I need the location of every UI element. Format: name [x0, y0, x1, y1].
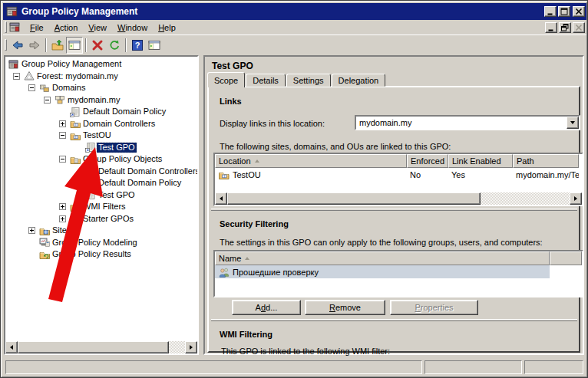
tree-item-domain-controllers[interactable]: Domain Controllers [5, 118, 199, 130]
mdi-minimize-button[interactable] [545, 22, 557, 33]
dropdown-arrow-button[interactable] [567, 117, 579, 129]
security-table-row[interactable]: Прошедшие проверку [215, 265, 582, 278]
toolbar-separator [45, 38, 47, 52]
tab-details[interactable]: Details [246, 74, 286, 87]
tree-item-label: Default Domain Policy [97, 178, 183, 188]
tree-item-group-policy-objects[interactable]: Group Policy Objects [5, 153, 199, 166]
tree-item-label: Starter GPOs [81, 214, 135, 224]
collapse-icon[interactable] [13, 73, 20, 80]
expand-icon[interactable] [59, 215, 66, 222]
scroll-left-button[interactable] [5, 341, 18, 353]
up-level-icon [51, 39, 64, 51]
links-table-scrollbar[interactable] [215, 192, 582, 205]
chevron-down-icon [570, 121, 575, 124]
tree-item-default-domain-policy[interactable]: Default Domain Policy [5, 106, 199, 118]
cell-path: mydomain.my/Tes [513, 168, 579, 181]
forward-button[interactable] [26, 37, 43, 54]
remove-button[interactable]: Remove [305, 300, 385, 315]
location-dropdown[interactable]: mydomain.my [355, 115, 580, 130]
expand-icon[interactable] [59, 203, 66, 210]
tree-item-group-policy-results[interactable]: Group Policy Results [5, 248, 199, 261]
forward-icon [28, 39, 41, 51]
status-panel [524, 360, 583, 374]
mdi-restore-button[interactable] [559, 22, 571, 33]
menu-action[interactable]: Action [49, 21, 84, 34]
svg-text:?: ? [135, 41, 140, 50]
scroll-right-button[interactable] [570, 192, 582, 205]
help-button[interactable]: ? [129, 37, 146, 54]
tree-item-testou[interactable]: TestOU [5, 130, 199, 142]
app-icon [6, 5, 18, 18]
tree-item-group-policy-management[interactable]: Group Policy Management [5, 58, 199, 71]
collapse-icon[interactable] [59, 132, 66, 139]
scroll-left-button[interactable] [215, 192, 227, 205]
column-header-path[interactable]: Path [513, 154, 579, 168]
column-header-enforced[interactable]: Enforced [407, 154, 448, 168]
tree-item-label: Sites [51, 225, 72, 235]
column-header-location[interactable]: Location [215, 154, 407, 168]
scroll-thumb[interactable] [18, 341, 169, 353]
minimize-button[interactable] [544, 6, 557, 17]
delete-button[interactable] [89, 37, 106, 54]
console-tree: Group Policy ManagementForest: mydomain.… [5, 58, 199, 261]
tree-item-label: Domain Controllers [81, 119, 157, 129]
display-links-label: Display links in this location: [220, 119, 325, 128]
tree-item-wmi-filters[interactable]: WMI Filters [5, 201, 199, 213]
ou-icon [70, 130, 81, 141]
tree-item-label: TestOU [81, 130, 113, 140]
title-bar: Group Policy Management [3, 3, 586, 20]
scope-tab-page: Links Display links in this location: my… [207, 86, 580, 353]
mdi-window-buttons [543, 22, 586, 33]
tree-item-label: Domains [51, 83, 87, 93]
scroll-thumb[interactable] [227, 192, 481, 205]
menubar-grip[interactable] [5, 21, 7, 33]
back-icon [12, 39, 24, 51]
collapse-icon[interactable] [59, 156, 66, 163]
menu-items: FileActionViewWindowHelp [25, 21, 181, 34]
toolbar-grip[interactable] [5, 39, 7, 51]
tree-item-group-policy-modeling[interactable]: Group Policy Modeling [5, 237, 199, 249]
tab-settings[interactable]: Settings [286, 74, 331, 87]
back-button[interactable] [9, 37, 26, 54]
console-tree-toggle-button[interactable] [66, 37, 83, 54]
column-header-name[interactable]: Name [215, 251, 550, 265]
expand-icon[interactable] [59, 120, 66, 127]
tree-item-starter-gpos[interactable]: Starter GPOs [5, 213, 199, 225]
tree-item-forest-mydomain-my[interactable]: Forest: mydomain.my [5, 71, 199, 83]
close-button[interactable] [573, 6, 585, 17]
toolbar: ? [3, 35, 586, 54]
links-table-row[interactable]: TestOUNoYesmydomain.my/Tes [215, 168, 582, 181]
tree-item-default-domain-policy[interactable]: Default Domain Policy [5, 177, 199, 189]
column-header-link-enabled[interactable]: Link Enabled [448, 154, 513, 168]
tree-item-test-gpo[interactable]: Test GPO [5, 189, 199, 202]
tab-delegation[interactable]: Delegation [332, 74, 386, 87]
refresh-button[interactable] [106, 37, 123, 54]
scroll-right-button[interactable] [185, 341, 197, 353]
wmi-filtering-heading: WMI Filtering [220, 330, 273, 339]
menu-file[interactable]: File [25, 21, 49, 34]
tree-item-domains[interactable]: Domains [5, 82, 199, 94]
status-bar [3, 356, 586, 376]
results-folder-icon [39, 249, 50, 260]
tree-item-default-domain-controllers-policy[interactable]: Default Domain Controllers Policy [5, 166, 199, 178]
tab-scope[interactable]: Scope [207, 72, 245, 87]
menu-window[interactable]: Window [112, 21, 153, 34]
action-pane-toggle-button[interactable] [146, 37, 163, 54]
menu-help[interactable]: Help [153, 21, 181, 34]
expand-icon[interactable] [28, 227, 35, 234]
collapse-icon[interactable] [44, 97, 51, 104]
gpo-icon [85, 189, 96, 200]
add-button[interactable]: Add... [232, 300, 301, 315]
collapse-icon[interactable] [28, 84, 35, 91]
tree-item-label: Test GPO [97, 143, 137, 153]
tree-horizontal-scrollbar[interactable] [5, 341, 197, 353]
tree-item-mydomain-my[interactable]: mydomain.my [5, 94, 199, 107]
tree-item-sites[interactable]: Sites [5, 225, 199, 237]
menu-view[interactable]: View [83, 21, 112, 34]
links-heading: Links [220, 97, 242, 106]
tree-item-label: Group Policy Modeling [51, 238, 139, 248]
up-level-button[interactable] [49, 37, 66, 54]
maximize-button[interactable] [558, 6, 570, 17]
tree-item-test-gpo[interactable]: Test GPO [5, 142, 199, 154]
action-pane-toggle-icon [148, 39, 160, 51]
